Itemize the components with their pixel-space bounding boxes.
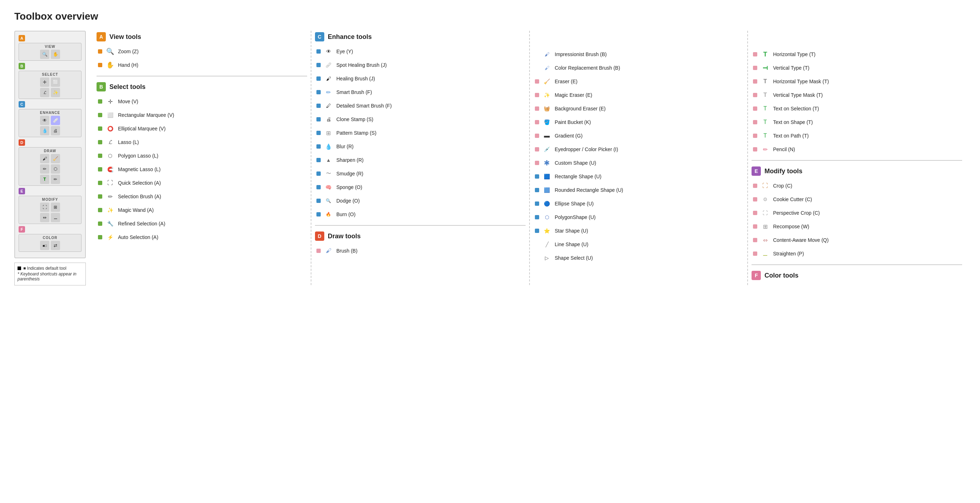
- dot-pencil: [753, 147, 757, 151]
- toolbox-icon-rect[interactable]: ⬜: [51, 78, 60, 87]
- tool-smart-brush: Smart Brush (F): [315, 87, 526, 97]
- label-ellip-marquee: Elliptical Marquee (V): [118, 126, 165, 132]
- icon-round-rect: [542, 185, 552, 195]
- dot-sharpen: [317, 158, 321, 162]
- col-enhance: C Enhance tools Eye (Y) Spot Healing Bru…: [312, 31, 530, 285]
- dot-blur: [317, 144, 321, 149]
- toolbox-icons-draw-row1: 🖌 🧹: [21, 154, 80, 163]
- toolbox-icons-draw-row2: ✏ ⬡: [21, 164, 80, 174]
- toolbox-icon-shape[interactable]: ⬡: [51, 164, 60, 174]
- toolbox-icon-pencil3[interactable]: ✏: [51, 175, 60, 184]
- toolbox-icon-pencil2[interactable]: ✏: [40, 164, 49, 174]
- color-tools-title: Color tools: [764, 272, 799, 279]
- col-type-modify: Horizontal Type (T) Vertical Type (T) Ho…: [748, 31, 966, 285]
- dot-refined-sel: [98, 222, 102, 226]
- label-polygon-lasso: Polygon Lasso (L): [118, 153, 158, 159]
- badge-c: C: [19, 101, 25, 108]
- toolbox-icon-eye[interactable]: 👁: [40, 116, 49, 125]
- default-tool-indicator: [18, 267, 21, 270]
- enhance-tools-title: Enhance tools: [328, 33, 372, 41]
- toolbox-icon-brush[interactable]: 🖌: [40, 154, 49, 163]
- toolbox-icon-fgbg[interactable]: ■□: [40, 241, 49, 250]
- dot-cookie: [753, 197, 757, 202]
- toolbox-icon-clone2[interactable]: 🖨: [51, 126, 60, 135]
- label-crop: Crop (C): [773, 183, 792, 189]
- tool-polygon-lasso: Polygon Lasso (L): [97, 151, 307, 161]
- toolbox-section-header-view: A: [19, 35, 81, 41]
- col-view-select: A View tools Zoom (Z) Hand (H) B: [93, 31, 312, 285]
- dot-round-rect: [535, 188, 539, 192]
- badge-e: E: [19, 188, 25, 194]
- label-text-sel: Text on Selection (T): [773, 106, 819, 111]
- dot-heal-brush: [317, 76, 321, 81]
- label-clone: Clone Stamp (S): [336, 116, 373, 122]
- dot-ellipse-shape: [535, 202, 539, 206]
- dot-burn: [317, 212, 321, 216]
- tool-paint-bucket: Paint Bucket (K): [533, 117, 744, 127]
- label-straighten: Straighten (P): [773, 251, 804, 257]
- toolbox-icon-crop2[interactable]: ⛶: [40, 203, 49, 212]
- icon-burn: [324, 209, 334, 219]
- label-pattern: Pattern Stamp (S): [336, 130, 377, 136]
- toolbox-title-select: SELECT: [21, 73, 80, 76]
- icon-gradient: [542, 131, 552, 141]
- dot-move: [98, 99, 102, 103]
- toolbox-icon-magicwand[interactable]: ✨: [51, 88, 60, 97]
- dot-brush: [317, 249, 321, 253]
- toolbox-icon-eraser2[interactable]: 🧹: [51, 154, 60, 163]
- dot-color-repl: [535, 66, 539, 70]
- dot-quick-sel: [98, 181, 102, 185]
- enhance-badge: C: [315, 32, 324, 41]
- tool-sel-brush: Selection Brush (A): [97, 192, 307, 202]
- toolbox-icon-type[interactable]: T: [40, 175, 49, 184]
- main-layout: A VIEW 🔍 ✋ B SELECT ✛: [14, 31, 966, 286]
- draw-badge: D: [315, 232, 324, 241]
- label-custom-shape: Custom Shape (U): [555, 160, 597, 166]
- toolbox-inner-view: VIEW 🔍 ✋: [19, 43, 81, 61]
- toolbox-icon-content[interactable]: ⇔: [40, 213, 49, 222]
- icon-sel-brush: [105, 192, 115, 202]
- tool-clone: Clone Stamp (S): [315, 114, 526, 124]
- dot-eraser: [535, 79, 539, 84]
- toolbox-icons-color-row1: ■□ ⇄: [21, 241, 80, 250]
- toolbox-section-view: A VIEW 🔍 ✋: [19, 35, 81, 61]
- toolbox-icon-blur2[interactable]: 💧: [40, 126, 49, 135]
- icon-text-shape: [760, 117, 770, 127]
- tool-ellip-marquee: Elliptical Marquee (V): [97, 124, 307, 133]
- toolbox-icon-hand[interactable]: ✋: [51, 50, 60, 59]
- dot-sel-brush: [98, 194, 102, 198]
- toolbox-section-draw: D DRAW 🖌 🧹 ✏ ⬡ T ✏: [19, 139, 81, 186]
- label-mag-lasso: Magnetic Lasso (L): [118, 167, 161, 172]
- toolbox-icons-draw-row3: T ✏: [21, 175, 80, 184]
- toolbox-icon-heal[interactable]: 🩹: [51, 116, 60, 125]
- toolbox-icons-modify-row1: ⛶ ⊞: [21, 203, 80, 212]
- label-sharpen: Sharpen (R): [336, 157, 364, 163]
- dot-straighten: [753, 252, 757, 256]
- tool-heal-brush: Healing Brush (J): [315, 74, 526, 84]
- dot-magic-eraser: [535, 93, 539, 97]
- toolbox-icon-straight[interactable]: ⚊: [51, 213, 60, 222]
- toolbox-icon-recomp[interactable]: ⊞: [51, 203, 60, 212]
- toolbox-icon-lasso[interactable]: 𝓛: [40, 88, 49, 97]
- view-tools-heading: A View tools: [97, 32, 307, 41]
- tool-rect-marquee: Rectangular Marquee (V): [97, 110, 307, 120]
- toolbox-notes: ■ Indicates default tool * Keyboard shor…: [14, 263, 86, 286]
- toolbox-note1-text: ■ Indicates default tool: [23, 266, 67, 271]
- icon-content-move: [760, 235, 770, 245]
- dot-text-shape: [753, 120, 757, 124]
- icon-move: [105, 97, 115, 106]
- dot-gradient: [535, 133, 539, 138]
- tool-content-move: Content-Aware Move (Q): [751, 235, 962, 245]
- icon-text-sel: [760, 103, 770, 114]
- toolbox-icons-enhance-row2: 💧 🖨: [21, 126, 80, 135]
- dot-paint-bucket: [535, 120, 539, 124]
- dot-lasso: [98, 140, 102, 144]
- tool-straighten: Straighten (P): [751, 249, 962, 259]
- toolbox-icon-zoom[interactable]: 🔍: [40, 50, 49, 59]
- toolbox-icon-swap[interactable]: ⇄: [51, 241, 60, 250]
- toolbox-icon-move[interactable]: ✛: [40, 78, 49, 87]
- badge-f: F: [19, 226, 25, 233]
- dot-clone: [317, 117, 321, 121]
- tool-hand: Hand (H): [97, 60, 307, 70]
- label-burn: Burn (O): [336, 211, 356, 217]
